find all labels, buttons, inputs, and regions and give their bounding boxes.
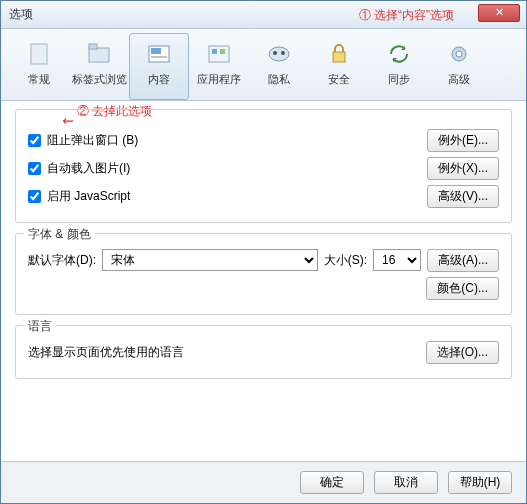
label-size: 大小(S): xyxy=(324,252,367,269)
bottom-bar: 确定 取消 帮助(H) xyxy=(1,461,526,503)
tab-tabs[interactable]: 标签式浏览 xyxy=(69,33,129,100)
row-color: 颜色(C)... xyxy=(28,276,499,300)
tab-content-label: 内容 xyxy=(148,72,170,87)
tab-security[interactable]: 安全 xyxy=(309,33,369,100)
checkbox-images[interactable] xyxy=(28,162,41,175)
tab-general-label: 常规 xyxy=(28,72,50,87)
group-language-title: 语言 xyxy=(24,318,56,335)
tab-advanced[interactable]: 高级 xyxy=(429,33,489,100)
content-icon xyxy=(143,38,175,70)
svg-rect-8 xyxy=(220,49,225,54)
tab-sync[interactable]: 同步 xyxy=(369,33,429,100)
annotation-1: ① 选择“内容”选项 xyxy=(359,7,454,24)
options-window: 选项 ① 选择“内容”选项 ✕ 常规 标签式浏览 内容 应用程序 隐私 安全 xyxy=(0,0,527,504)
svg-rect-1 xyxy=(89,48,109,62)
checkbox-js[interactable] xyxy=(28,190,41,203)
svg-rect-12 xyxy=(333,52,345,62)
svg-point-10 xyxy=(273,51,277,55)
checkbox-popup[interactable] xyxy=(28,134,41,147)
tab-apps-label: 应用程序 xyxy=(197,72,241,87)
gear-icon xyxy=(443,38,475,70)
tab-sync-label: 同步 xyxy=(388,72,410,87)
tab-privacy[interactable]: 隐私 xyxy=(249,33,309,100)
choose-button[interactable]: 选择(O)... xyxy=(426,341,499,364)
advanced-a-button[interactable]: 高级(A)... xyxy=(427,249,499,272)
ok-button[interactable]: 确定 xyxy=(300,471,364,494)
font-select[interactable]: 宋体 xyxy=(102,249,318,271)
tab-general[interactable]: 常规 xyxy=(9,33,69,100)
tab-apps[interactable]: 应用程序 xyxy=(189,33,249,100)
tab-advanced-label: 高级 xyxy=(448,72,470,87)
tab-tabs-label: 标签式浏览 xyxy=(72,72,127,87)
tabs-icon xyxy=(83,38,115,70)
apps-icon xyxy=(203,38,235,70)
group-blocking: 阻止弹出窗口 (B) 例外(E)... 自动载入图片(I) 例外(X)... 启… xyxy=(15,109,512,223)
general-icon xyxy=(23,38,55,70)
svg-point-14 xyxy=(456,51,462,57)
row-popup: 阻止弹出窗口 (B) 例外(E)... xyxy=(28,128,499,152)
exceptions-x-button[interactable]: 例外(X)... xyxy=(427,157,499,180)
cancel-button[interactable]: 取消 xyxy=(374,471,438,494)
lock-icon xyxy=(323,38,355,70)
window-title: 选项 xyxy=(9,6,33,23)
help-button[interactable]: 帮助(H) xyxy=(448,471,512,494)
svg-point-11 xyxy=(281,51,285,55)
row-default-font: 默认字体(D): 宋体 大小(S): 16 高级(A)... xyxy=(28,248,499,272)
exceptions-e-button[interactable]: 例外(E)... xyxy=(427,129,499,152)
label-js: 启用 JavaScript xyxy=(47,188,130,205)
content-panel: ② 去掉此选项 ↙ 阻止弹出窗口 (B) 例外(E)... 自动载入图片(I) … xyxy=(1,101,526,397)
svg-rect-7 xyxy=(212,49,217,54)
svg-rect-0 xyxy=(31,44,47,64)
sync-icon xyxy=(383,38,415,70)
color-button[interactable]: 颜色(C)... xyxy=(426,277,499,300)
label-popup: 阻止弹出窗口 (B) xyxy=(47,132,138,149)
toolbar: 常规 标签式浏览 内容 应用程序 隐私 安全 同步 高级 xyxy=(1,29,526,101)
group-language: 语言 选择显示页面优先使用的语言 选择(O)... xyxy=(15,325,512,379)
label-images: 自动载入图片(I) xyxy=(47,160,130,177)
group-fonts-title: 字体 & 颜色 xyxy=(24,226,95,243)
svg-point-9 xyxy=(269,47,289,61)
row-language: 选择显示页面优先使用的语言 选择(O)... xyxy=(28,340,499,364)
close-button[interactable]: ✕ xyxy=(478,4,520,22)
group-fonts: 字体 & 颜色 默认字体(D): 宋体 大小(S): 16 高级(A)... 颜… xyxy=(15,233,512,315)
titlebar: 选项 ① 选择“内容”选项 ✕ xyxy=(1,1,526,29)
label-language-desc: 选择显示页面优先使用的语言 xyxy=(28,344,184,361)
advanced-v-button[interactable]: 高级(V)... xyxy=(427,185,499,208)
svg-rect-4 xyxy=(151,48,161,54)
row-images: 自动载入图片(I) 例外(X)... xyxy=(28,156,499,180)
row-js: 启用 JavaScript 高级(V)... xyxy=(28,184,499,208)
label-default-font: 默认字体(D): xyxy=(28,252,96,269)
svg-rect-2 xyxy=(89,44,97,49)
size-select[interactable]: 16 xyxy=(373,249,421,271)
tab-security-label: 安全 xyxy=(328,72,350,87)
tab-privacy-label: 隐私 xyxy=(268,72,290,87)
privacy-icon xyxy=(263,38,295,70)
tab-content[interactable]: 内容 xyxy=(129,33,189,100)
